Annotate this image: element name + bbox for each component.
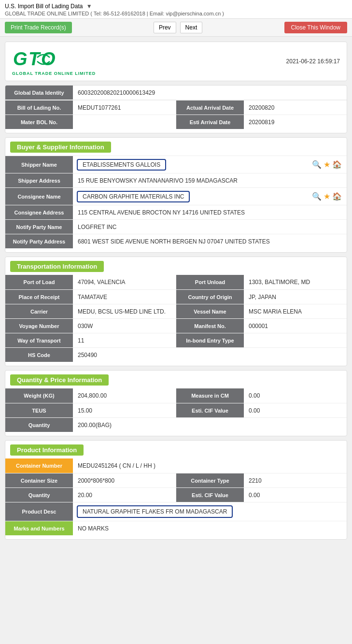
- quantity-price-header: Quantity & Price Information: [10, 374, 109, 386]
- inbond-entry-value: [244, 333, 347, 347]
- notify-party-address-row: Notify Party Address 6801 WEST SIDE AVEN…: [5, 234, 347, 248]
- container-number-label: Container Number: [5, 458, 73, 473]
- dropdown-arrow-icon[interactable]: ▼: [86, 3, 92, 10]
- shipper-star-icon[interactable]: ★: [324, 160, 330, 169]
- consignee-home-icon[interactable]: 🏠: [332, 192, 342, 201]
- container-number-row: Container Number MEDU2451264 ( CN / L / …: [5, 458, 347, 473]
- product-esti-cif-label: Esti. CIF Value: [176, 488, 244, 502]
- shipper-home-icon[interactable]: 🏠: [332, 160, 342, 169]
- content-area: G T O GLOBAL TRADE ONLINE LIMITED 2021-0…: [0, 37, 352, 548]
- shipper-name-label: Shipper Name: [5, 156, 73, 173]
- product-information-header: Product Information: [10, 444, 84, 456]
- way-of-transport-row: Way of Transport 11 In-bond Entry Type: [5, 333, 347, 347]
- product-esti-cif-value: 0.00: [244, 488, 347, 502]
- container-size-row: Container Size 2000*806*800 Container Ty…: [5, 473, 347, 487]
- carrier-row: Carrier MEDU, BCSL US-MED LINE LTD. Vess…: [5, 304, 347, 318]
- global-data-label: Global Data Identity: [5, 86, 73, 100]
- mater-bol-label: Mater BOL No.: [5, 115, 73, 129]
- actual-arrival-value: 20200820: [244, 100, 347, 114]
- logo-subtitle: GLOBAL TRADE ONLINE LIMITED: [12, 71, 96, 76]
- notify-party-name-row: Notify Party Name LOGFRET INC: [5, 219, 347, 234]
- consignee-star-icon[interactable]: ★: [324, 192, 330, 201]
- consignee-address-row: Consignee Address 115 CENTRAL AVENUE BRO…: [5, 205, 347, 219]
- consignee-address-value: 115 CENTRAL AVENUE BROCTON NY 14716 UNIT…: [73, 205, 347, 219]
- consignee-search-icon[interactable]: 🔍: [312, 192, 322, 201]
- logo-header: G T O GLOBAL TRADE ONLINE LIMITED 2021-0…: [5, 42, 347, 81]
- notify-party-address-label: Notify Party Address: [5, 234, 73, 248]
- shipper-address-label: Shipper Address: [5, 173, 73, 187]
- port-of-load-row: Port of Load 47094, VALENCIA Port Unload…: [5, 275, 347, 289]
- weight-row: Weight (KG) 204,800.00 Measure in CM 0.0…: [5, 388, 347, 403]
- carrier-label: Carrier: [5, 304, 73, 318]
- esti-cif-value: 0.00: [244, 403, 347, 417]
- top-bar: U.S. Import Bill of Lading Data ▼ GLOBAL…: [0, 0, 352, 19]
- voyage-number-value: 030W: [73, 319, 176, 333]
- product-quantity-row: Quantity 20.00 Esti. CIF Value 0.00: [5, 487, 347, 502]
- product-desc-value: NATURAL GRAPHITE FLAKES FR OM MADAGASCAR: [77, 505, 233, 518]
- port-of-load-value: 47094, VALENCIA: [73, 275, 176, 289]
- shipper-address-value: 15 RUE BENYOWSKY ANTANANARIVO 159 MADAGA…: [73, 173, 347, 187]
- consignee-icons: 🔍 ★ 🏠: [312, 192, 347, 201]
- voyage-number-row: Voyage Number 030W Manifest No. 000001: [5, 318, 347, 333]
- container-type-value: 2210: [244, 473, 347, 487]
- transportation-header: Transportation Information: [10, 261, 104, 272]
- way-of-transport-value: 11: [73, 333, 176, 347]
- weight-value: 204,800.00: [73, 388, 176, 403]
- shipper-name-row: Shipper Name ETABLISSEMENTS GALLOIS 🔍 ★ …: [5, 156, 347, 173]
- product-quantity-label: Quantity: [5, 488, 73, 502]
- quantity-value: 200.00(BAG): [73, 418, 347, 432]
- actual-arrival-label: Actual Arrival Date: [176, 100, 244, 114]
- bol-label: Bill of Lading No.: [5, 100, 73, 114]
- product-quantity-value: 20.00: [73, 488, 176, 502]
- quantity-price-card: Quantity & Price Information Weight (KG)…: [5, 370, 347, 436]
- consignee-address-label: Consignee Address: [5, 205, 73, 219]
- bol-value: MEDUT1077261: [73, 100, 176, 114]
- container-size-label: Container Size: [5, 473, 73, 487]
- hs-code-value: 250490: [73, 348, 347, 362]
- container-number-value: MEDU2451264 ( CN / L / HH ): [73, 458, 347, 473]
- subtitle: GLOBAL TRADE ONLINE LIMITED ( Tel: 86-51…: [5, 11, 347, 16]
- marks-row: Marks and Numbers NO MARKS: [5, 521, 347, 535]
- weight-label: Weight (KG): [5, 388, 73, 403]
- page-title: U.S. Import Bill of Lading Data: [5, 3, 83, 10]
- place-of-receipt-value: TAMATAVE: [73, 290, 176, 304]
- consignee-name-label: Consignee Name: [5, 188, 73, 205]
- prev-button[interactable]: Prev: [154, 22, 176, 33]
- country-of-origin-label: Country of Origin: [176, 290, 244, 304]
- close-button[interactable]: Close This Window: [284, 22, 347, 33]
- global-data-row: Global Data Identity 6003202008202100006…: [5, 86, 347, 100]
- teus-row: TEUS 15.00 Esti. CIF Value 0.00: [5, 403, 347, 417]
- teus-value: 15.00: [73, 403, 176, 417]
- next-button[interactable]: Next: [180, 22, 203, 33]
- mater-bol-row: Mater BOL No. Esti Arrival Date 20200819: [5, 114, 347, 129]
- place-of-receipt-label: Place of Receipt: [5, 290, 73, 304]
- vessel-name-label: Vessel Name: [176, 304, 244, 318]
- esti-cif-label: Esti. CIF Value: [176, 403, 244, 417]
- notify-party-address-value: 6801 WEST SIDE AVENUE NORTH BERGEN NJ 07…: [73, 234, 347, 248]
- marks-and-numbers-label: Marks and Numbers: [5, 521, 73, 535]
- measure-label: Measure in CM: [176, 388, 244, 403]
- toolbar: Print Trade Record(s) Prev Next Close Th…: [0, 19, 352, 37]
- hs-code-label: HS Code: [5, 348, 73, 362]
- shipper-icons: 🔍 ★ 🏠: [312, 160, 347, 169]
- quantity-row: Quantity 200.00(BAG): [5, 417, 347, 432]
- notify-party-name-label: Notify Party Name: [5, 220, 73, 234]
- teus-label: TEUS: [5, 403, 73, 417]
- logo-svg: G T O: [12, 47, 65, 71]
- marks-and-numbers-value: NO MARKS: [73, 521, 347, 535]
- transportation-card: Transportation Information Port of Load …: [5, 257, 347, 366]
- shipper-search-icon[interactable]: 🔍: [312, 160, 322, 169]
- svg-text:G: G: [13, 49, 28, 69]
- product-desc-label: Product Desc: [5, 502, 73, 521]
- voyage-number-label: Voyage Number: [5, 319, 73, 333]
- print-button[interactable]: Print Trade Record(s): [5, 22, 72, 33]
- shipper-name-value: ETABLISSEMENTS GALLOIS: [77, 159, 166, 171]
- buyer-supplier-card: Buyer & Supplier Information Shipper Nam…: [5, 137, 347, 253]
- hs-code-row: HS Code 250490: [5, 347, 347, 362]
- consignee-name-value: CARBON GRAPHITE MATERIALS INC: [77, 191, 190, 202]
- measure-value: 0.00: [244, 388, 347, 403]
- product-desc-value-container: NATURAL GRAPHITE FLAKES FR OM MADAGASCAR: [73, 502, 347, 521]
- port-unload-label: Port Unload: [176, 275, 244, 289]
- port-of-load-label: Port of Load: [5, 275, 73, 289]
- svg-text:O: O: [41, 49, 56, 69]
